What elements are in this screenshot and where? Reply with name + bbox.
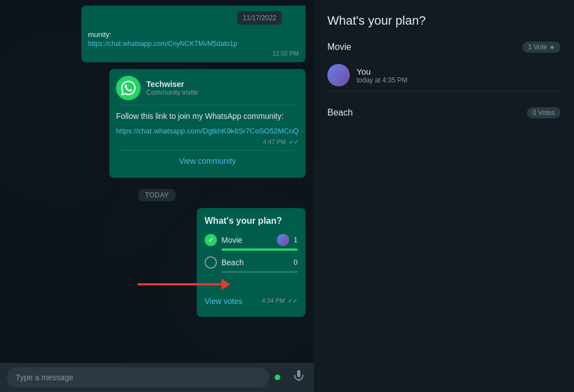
poll-option-movie[interactable]: ✓ Movie 1	[205, 234, 298, 251]
view-votes-button[interactable]: View votes	[205, 293, 242, 309]
voter-avatar-small	[277, 234, 289, 246]
community-time: 4:47 PM ✓✓	[116, 139, 299, 146]
voter-name-you: You	[357, 67, 561, 76]
community-subtitle: Community invite	[146, 89, 198, 96]
chat-messages-area: 11/17/2022 munity: https://chat.whatsapp…	[0, 0, 314, 363]
chat-input-bar	[0, 363, 314, 392]
vote-badge-movie: 1 Vote ★	[522, 41, 561, 53]
poll-question: What's your plan?	[205, 216, 298, 226]
vote-section-beach: Beach 0 Votes	[327, 107, 561, 118]
poll-count-movie: 1	[294, 236, 298, 244]
votes-panel-title: What's your plan?	[327, 13, 561, 28]
vote-section-movie: Movie 1 Vote ★ You today at 4:35 PM	[327, 41, 561, 91]
truncated-time: 12:02 PM	[88, 50, 299, 57]
poll-bar-container-beach	[221, 271, 298, 273]
message-input[interactable]	[7, 367, 269, 388]
vote-star-icon: ★	[549, 44, 555, 51]
poll-option-row-beach: Beach 0	[205, 256, 298, 269]
today-divider: TODAY	[8, 189, 305, 201]
truncated-link[interactable]: https://chat.whatsapp.com/CnyNCKTMvM5dat…	[88, 40, 299, 48]
voter-info-you: You today at 4:35 PM	[357, 67, 561, 84]
whatsapp-icon	[116, 76, 141, 100]
vote-section-label-movie: Movie	[327, 42, 351, 52]
poll-radio-icon	[205, 256, 217, 269]
community-invite-card: Techwiser Community invite Follow this l…	[109, 69, 305, 178]
truncated-message: 11/17/2022 munity: https://chat.whatsapp…	[81, 6, 305, 62]
dot-icon	[275, 375, 280, 380]
poll-wrapper: What's your plan? ✓ Movie 1	[8, 208, 305, 321]
community-invite-wrapper: ↩ Techwiser Community invite Follow this…	[8, 64, 305, 182]
poll-count-beach: 0	[294, 258, 298, 266]
read-tick: ✓✓	[289, 139, 299, 145]
red-arrow	[137, 279, 230, 290]
votes-panel: What's your plan? Movie 1 Vote ★ You tod…	[314, 0, 574, 392]
mic-button[interactable]	[290, 367, 307, 388]
poll-option-label-beach: Beach	[221, 258, 289, 267]
community-body: Follow this link to join my WhatsApp com…	[116, 111, 299, 122]
community-card-header: Techwiser Community invite	[116, 76, 299, 105]
poll-read-tick: ✓✓	[288, 297, 298, 304]
voter-avatar-you	[327, 64, 350, 86]
poll-time: 4:34 PM ✓✓	[262, 297, 298, 305]
community-sender: Techwiser	[146, 80, 198, 89]
voter-time-you: today at 4:35 PM	[357, 76, 561, 84]
view-community-button[interactable]: View community	[116, 150, 299, 171]
community-link[interactable]: https://chat.whatsapp.com/DgtkhK9k8Sr7Co…	[116, 127, 299, 135]
vote-section-label-beach: Beach	[327, 108, 353, 118]
truncated-text: munity:	[88, 30, 299, 39]
poll-footer	[205, 279, 298, 290]
poll-option-label-movie: Movie	[221, 236, 272, 245]
vote-section-header-beach: Beach 0 Votes	[327, 107, 561, 118]
poll-bar-fill-movie	[221, 248, 298, 251]
poll-bubble: What's your plan? ✓ Movie 1	[197, 208, 305, 317]
poll-option-row-movie: ✓ Movie 1	[205, 234, 298, 246]
poll-check-icon: ✓	[205, 234, 217, 246]
arrow-line	[137, 283, 221, 285]
arrow-area	[205, 279, 298, 290]
voter-row-you: You today at 4:35 PM	[327, 59, 561, 91]
poll-option-beach[interactable]: Beach 0	[205, 256, 298, 273]
vote-badge-beach: 0 Votes	[527, 107, 561, 118]
today-label: TODAY	[138, 189, 176, 201]
tooltip-container: 11/17/2022	[88, 11, 299, 28]
poll-bar-container-movie	[221, 248, 298, 251]
chat-panel: 11/17/2022 munity: https://chat.whatsapp…	[0, 0, 314, 392]
vote-section-header-movie: Movie 1 Vote ★	[327, 41, 561, 53]
arrow-head	[221, 279, 230, 290]
poll-bottom-row: View votes 4:34 PM ✓✓	[205, 293, 298, 309]
community-card-info: Techwiser Community invite	[146, 80, 198, 96]
tooltip-date: 11/17/2022	[237, 11, 282, 25]
